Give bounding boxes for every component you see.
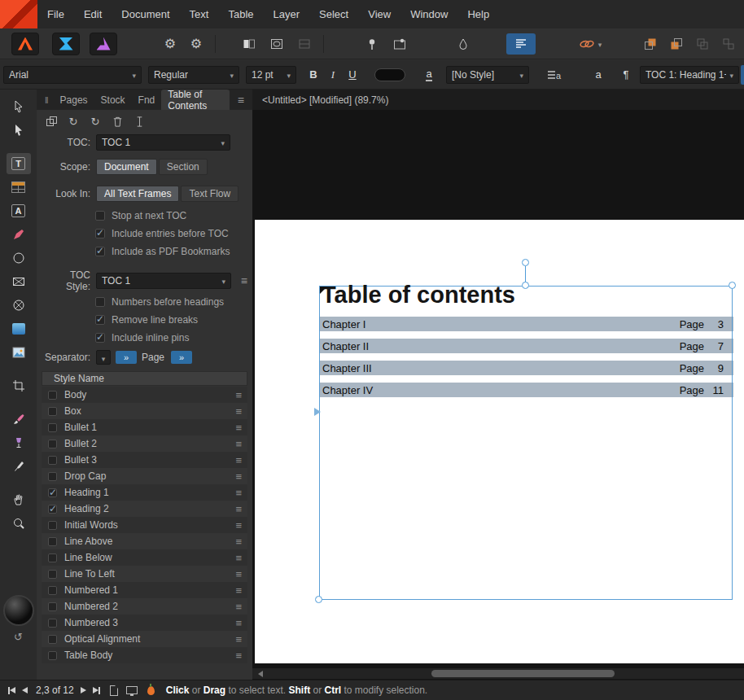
style-row-menu-icon[interactable] [233,617,244,629]
style-row-menu-icon[interactable] [233,470,244,483]
style-checkbox[interactable] [48,407,57,416]
style-row[interactable]: Initial Words [42,517,247,533]
menu-item[interactable]: Edit [74,0,112,28]
delete-toc-icon[interactable] [109,114,125,129]
style-row-menu-icon[interactable] [233,552,244,564]
preview-mode-icon[interactable] [126,686,138,694]
rotation-handle[interactable] [522,259,529,266]
designer-persona-icon[interactable] [90,33,117,55]
text-frame-selection[interactable] [319,286,733,600]
arrange-backward-icon[interactable] [666,33,687,55]
panel-tab[interactable]: Fnd [132,90,162,110]
style-row[interactable]: Table Body [42,647,247,663]
separator-select[interactable] [96,350,111,365]
affinity-logo[interactable] [0,0,37,28]
panel-tab[interactable]: Stock [94,90,132,110]
document-setup-gear-icon[interactable] [160,33,181,55]
checkbox-row[interactable]: Numbers before headings [95,293,224,311]
pages-status-icon[interactable] [110,685,118,696]
style-checkbox[interactable] [48,472,57,481]
italic-button[interactable]: I [324,66,342,84]
clipped-toolbar-button[interactable] [741,65,744,85]
node-tool-icon[interactable] [7,120,31,141]
style-row-menu-icon[interactable] [233,519,244,532]
character-color-button[interactable]: a [420,66,438,84]
vector-brush-tool-icon[interactable] [7,409,31,430]
checkbox-row[interactable]: Include inline pins [95,329,224,347]
checkbox-row[interactable]: Remove line breaks [95,311,224,329]
bold-button[interactable]: B [304,66,322,84]
frame-text-tool-icon[interactable]: T [7,153,31,174]
style-row-menu-icon[interactable] [233,601,244,613]
style-checkbox[interactable] [48,423,57,432]
update-all-toc-icon[interactable] [87,114,103,129]
style-checkbox[interactable] [48,635,57,644]
horizontal-scrollbar[interactable] [252,668,744,679]
photo-persona-icon[interactable] [52,33,80,55]
style-row[interactable]: Line Above [42,533,247,549]
style-checkbox[interactable] [48,602,57,611]
style-checkbox[interactable] [48,521,57,530]
style-checkbox[interactable] [48,619,57,628]
style-checkbox[interactable] [48,586,57,595]
hyperlink-icon[interactable] [573,33,607,55]
eyedropper-tool-icon[interactable] [7,456,31,477]
style-row[interactable]: Numbered 3 [42,615,247,631]
document-area[interactable]: <Untitled> [Modified] (89.7%) Table of c… [252,90,744,680]
style-row[interactable]: Line To Left [42,566,247,582]
style-row[interactable]: Bullet 2 [42,435,247,452]
checkbox[interactable] [95,333,105,343]
update-toc-icon[interactable] [65,114,81,129]
style-row[interactable]: Heading 2 [42,501,247,517]
style-row-menu-icon[interactable] [233,633,244,645]
style-row[interactable]: Line Below [42,549,247,566]
style-row[interactable]: Bullet 3 [42,452,247,468]
style-row-menu-icon[interactable] [233,487,244,499]
artistic-text-tool-icon[interactable]: A [7,200,31,221]
style-row[interactable]: Box [42,403,247,419]
pin-icon[interactable] [361,33,383,55]
menu-item[interactable]: Help [457,0,499,28]
scope-option-button[interactable]: Document [96,159,157,175]
style-row-menu-icon[interactable] [233,568,244,580]
style-checkbox[interactable] [48,456,57,465]
panel-menu-icon[interactable] [230,94,252,107]
arrange-forward-icon[interactable] [640,33,661,55]
ellipse-frame-tool-icon[interactable] [7,295,31,316]
style-checkbox[interactable] [48,651,57,660]
paragraph-panel-button[interactable]: ¶ [619,66,633,84]
scrollbar-thumb[interactable] [431,670,615,677]
checkbox-row[interactable]: Include entries before TOC [95,225,230,243]
fill-drop-icon[interactable] [453,33,474,55]
checkbox[interactable] [95,247,105,256]
document-page[interactable]: Table of contents Chapter I Page 3 Chapt… [255,220,744,663]
checkbox[interactable] [95,297,105,307]
toc-select[interactable]: TOC 1 [96,134,230,151]
scroll-left-icon[interactable] [258,671,263,677]
menu-item[interactable]: View [358,0,400,28]
spread-icon[interactable] [239,33,260,55]
style-row-menu-icon[interactable] [233,503,244,515]
style-row[interactable]: Numbered 1 [42,582,247,598]
style-row[interactable]: Heading 1 [42,484,247,501]
publisher-persona-icon[interactable] [11,33,39,55]
character-panel-button[interactable]: a [589,66,607,84]
checkbox-row[interactable]: Stop at next TOC [95,207,230,225]
character-style-select[interactable]: [No Style] [446,66,529,84]
typography-panel-icon[interactable]: a [544,66,565,84]
menu-item[interactable]: Document [112,0,179,28]
insert-toc-icon[interactable] [43,114,59,129]
previous-page-button[interactable] [22,687,28,693]
picture-frame-tool-icon[interactable] [7,342,31,363]
history-undo-icon[interactable] [14,631,23,643]
pinned-frame-icon[interactable] [389,33,410,55]
style-row-menu-icon[interactable] [233,454,244,466]
move-tool-icon[interactable] [7,96,31,117]
spread-setup-gear-icon[interactable] [186,33,207,55]
style-checkbox[interactable] [48,505,57,514]
style-checkbox[interactable] [48,391,57,400]
separator-token[interactable]: » [171,351,192,364]
pen-tool-icon[interactable] [7,224,31,245]
lookin-option-button[interactable]: Text Flow [181,186,239,202]
scope-option-button[interactable]: Section [159,159,208,175]
